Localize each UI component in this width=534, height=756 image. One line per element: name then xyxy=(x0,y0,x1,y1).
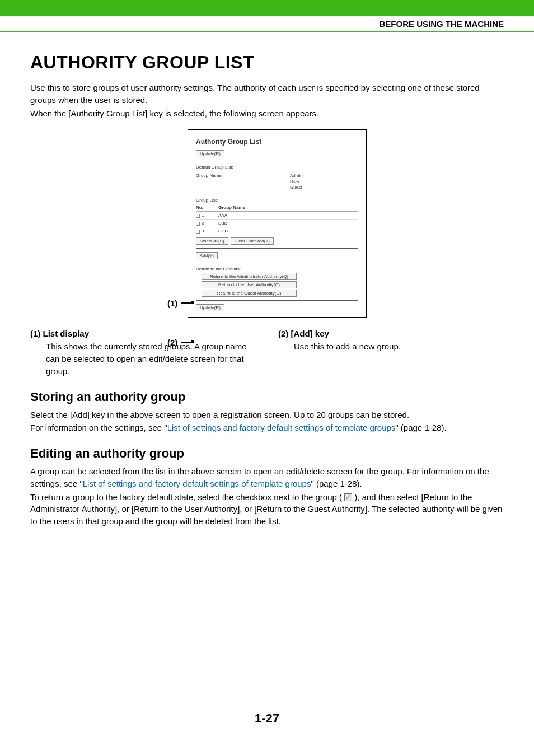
checkbox-checked-icon xyxy=(344,493,352,501)
row-name: AAA xyxy=(218,212,358,220)
default-name-admin: Admin xyxy=(290,173,303,179)
clear-checked-button[interactable]: Clear Checked(Z) xyxy=(231,237,274,245)
th-name: Group Name xyxy=(218,204,358,212)
section-header: BEFORE USING THE MACHINE xyxy=(0,16,534,32)
row-no: 1 xyxy=(202,213,204,218)
row-name: CCC xyxy=(218,227,358,235)
select-clear-row: Select All(S) Clear Checked(Z) xyxy=(196,237,358,245)
panel-title: Authority Group List xyxy=(196,138,358,146)
return-admin-button[interactable]: Return to the Administrator Authority(Q) xyxy=(202,273,297,280)
default-name-user: User xyxy=(290,179,303,185)
row-checkbox[interactable] xyxy=(196,230,200,234)
default-names: Admin User Guest xyxy=(290,173,303,190)
editing-link[interactable]: List of settings and factory default set… xyxy=(83,479,311,488)
editing-p2a: To return a group to the factory default… xyxy=(30,492,344,502)
section-header-text: BEFORE USING THE MACHINE xyxy=(379,19,504,29)
row-checkbox[interactable] xyxy=(196,222,200,226)
callout-2-head: (2) [Add] key xyxy=(278,329,504,338)
row-no: 2 xyxy=(202,221,204,226)
group-name-label: Group Name: xyxy=(196,173,223,190)
callout-2-desc: (2) [Add] key Use this to add a new grou… xyxy=(278,329,504,377)
storing-p2a: For information on the settings, see " xyxy=(30,423,167,432)
panel-divider-5 xyxy=(196,300,358,301)
add-button[interactable]: Add(Y) xyxy=(196,252,218,259)
th-no: No. xyxy=(196,204,218,212)
figure-row: (1) (2) Authority Group List Update(R) D… xyxy=(30,129,504,318)
storing-link[interactable]: List of settings and factory default set… xyxy=(167,423,396,432)
row-checkbox[interactable] xyxy=(196,214,200,218)
page-title: AUTHORITY GROUP LIST xyxy=(30,52,504,73)
panel-divider-3 xyxy=(196,248,358,249)
table-row[interactable]: 2 BBB xyxy=(196,220,358,227)
select-all-button[interactable]: Select All(S) xyxy=(196,237,228,245)
return-user-button[interactable]: Return to the User Authority(C) xyxy=(202,281,297,288)
return-defaults-label: Return to the Defaults: xyxy=(196,267,358,272)
intro-p2: When the [Authority Group List] key is s… xyxy=(30,108,504,120)
default-name-guest: Guest xyxy=(290,185,303,190)
callout-1-head: (1) List display xyxy=(30,329,256,338)
storing-p2b: " (page 1-28). xyxy=(395,423,446,432)
callout-1-desc: (1) List display This shows the currentl… xyxy=(30,329,256,377)
panel-divider xyxy=(196,161,358,161)
editing-p1: A group can be selected from the list in… xyxy=(30,465,504,490)
screenshot-panel: Authority Group List Update(R) Default G… xyxy=(188,129,367,318)
intro-block: Use this to store groups of user authori… xyxy=(30,82,504,119)
callout-1-body: This shows the currently stored groups. … xyxy=(46,340,256,377)
table-row[interactable]: 3 CCC xyxy=(196,227,358,235)
row-no: 3 xyxy=(202,228,204,234)
editing-p2: To return a group to the factory default… xyxy=(30,491,504,528)
group-list-label: Group List: xyxy=(196,198,358,203)
editing-p1b: " (page 1-28). xyxy=(311,479,362,488)
panel-divider-4 xyxy=(196,263,358,263)
callout-2-label: (2) xyxy=(167,338,177,347)
callout-2-line xyxy=(181,342,192,343)
default-list-row: Group Name: Admin User Guest xyxy=(196,173,358,190)
return-guest-button[interactable]: Return to the Guest Authority(O) xyxy=(202,290,297,297)
storing-p1: Select the [Add] key in the above screen… xyxy=(30,409,504,421)
callout-descriptions: (1) List display This shows the currentl… xyxy=(30,329,504,377)
row-name: BBB xyxy=(218,220,358,227)
panel-divider-2 xyxy=(196,194,358,194)
default-group-list-label: Default Group List: xyxy=(196,165,358,170)
table-row[interactable]: 1 AAA xyxy=(196,212,358,220)
table-header-row: No. Group Name xyxy=(196,204,358,212)
storing-heading: Storing an authority group xyxy=(30,390,504,404)
callout-2-body: Use this to add a new group. xyxy=(294,340,504,353)
top-accent-bar xyxy=(0,0,534,16)
editing-section: Editing an authority group A group can b… xyxy=(30,446,504,528)
storing-section: Storing an authority group Select the [A… xyxy=(30,390,504,435)
storing-p2: For information on the settings, see "Li… xyxy=(30,422,504,434)
return-buttons-block: Return to the Administrator Authority(Q)… xyxy=(196,273,358,297)
update-button-bottom[interactable]: Update(R) xyxy=(196,304,224,311)
update-button-top[interactable]: Update(R) xyxy=(196,150,224,157)
intro-p1: Use this to store groups of user authori… xyxy=(30,82,504,106)
callout-1-label: (1) xyxy=(167,298,177,308)
editing-heading: Editing an authority group xyxy=(30,446,504,461)
callout-1-line xyxy=(181,302,192,304)
page-number: 1-27 xyxy=(0,711,534,726)
group-list-table: No. Group Name 1 AAA 2 BBB 3 CCC xyxy=(196,204,358,235)
